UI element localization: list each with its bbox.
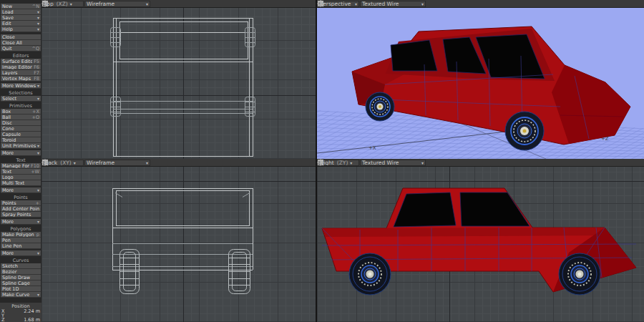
sidebar-item-pen[interactable]: Pen <box>1 238 41 243</box>
rotate-icon[interactable] <box>618 0 625 7</box>
maximize-icon[interactable] <box>307 159 314 166</box>
chevron-down-icon: ▾ <box>74 160 76 165</box>
pan-icon[interactable] <box>610 0 617 7</box>
sidebar-item-surface-editor[interactable]: Surface EditorF5 <box>1 59 41 64</box>
sidebar-item-unit-primitives[interactable]: Unit Primitives▾ <box>1 143 41 149</box>
sidebar-section-header: Points <box>0 195 42 200</box>
sidebar-item-logo[interactable]: Logo <box>1 175 41 180</box>
viewport-top: Top (XZ) ▾ Wireframe ▾ <box>42 0 316 159</box>
shortcut-hint: + <box>36 200 39 206</box>
sidebar-item-layers[interactable]: LayersF7 <box>1 70 41 76</box>
sidebar-item-make-curve[interactable]: Make Curve▾ <box>1 292 41 298</box>
sidebar-item-cone[interactable]: Cone <box>1 126 41 132</box>
sidebar-item-label: Capsule <box>2 132 39 137</box>
sidebar-item-more[interactable]: More▾ <box>1 219 41 225</box>
sidebar-item-more[interactable]: More▾ <box>1 250 41 256</box>
viewport-right-canvas[interactable] <box>317 167 644 322</box>
perspective-scene <box>317 8 644 159</box>
sidebar-item-label: Close All <box>2 40 39 46</box>
magnifier-icon[interactable] <box>627 0 634 7</box>
sidebar-spacer <box>0 298 42 303</box>
viewport-back-canvas[interactable] <box>42 167 316 322</box>
magnifier-icon[interactable] <box>298 0 306 7</box>
sidebar-item-label: Toroid <box>2 137 39 143</box>
sidebar-section-header: Editors <box>0 53 42 59</box>
maximize-icon[interactable] <box>635 159 643 166</box>
view-name: Perspective <box>320 1 351 7</box>
modeler-window: New^NLoad▾Save▾Edit▾Help▾CloseClose AllQ… <box>0 0 644 322</box>
sidebar-toolbar: New^NLoad▾Save▾Edit▾Help▾CloseClose AllQ… <box>0 0 42 322</box>
sidebar-item-spline-draw[interactable]: Spline Draw <box>1 275 41 280</box>
chevron-down-icon: ▾ <box>37 150 39 155</box>
magnifier-icon[interactable] <box>627 159 634 166</box>
chevron-down-icon: ▾ <box>37 21 39 26</box>
pan-icon[interactable] <box>290 159 297 166</box>
sidebar-item-label: Image Editor <box>2 64 32 70</box>
render-mode-dropdown[interactable]: Wireframe ▾ <box>84 160 150 166</box>
sidebar-item-points[interactable]: Points+ <box>1 200 41 206</box>
sidebar-item-box[interactable]: Box+X <box>1 109 41 114</box>
magnifier-icon[interactable] <box>298 159 306 166</box>
position-panel: Position X 2.24 m Y Z 1.68 m <box>0 303 42 322</box>
sidebar-item-quit[interactable]: Quit^Q <box>1 46 41 52</box>
chevron-down-icon: ▾ <box>70 1 72 6</box>
chevron-down-icon: ▾ <box>37 9 39 14</box>
shortcut-hint: ^Q <box>31 46 39 52</box>
sidebar-item-add-center-point[interactable]: Add Center Point <box>1 206 41 212</box>
viewport-right-header: Right (ZY) ▾ Textured Wire ▾ <box>317 159 644 167</box>
axis-x-value: 2.24 m <box>24 309 40 313</box>
shortcut-hint: ^N <box>32 4 39 9</box>
sidebar-item-disc[interactable]: Disc <box>1 120 41 126</box>
pan-icon[interactable] <box>618 159 625 166</box>
viewport-perspective-canvas[interactable]: +X +Z <box>317 8 644 159</box>
sidebar-item-close[interactable]: Close <box>1 34 41 40</box>
car-window-front <box>391 40 437 71</box>
sidebar-item-spray-points[interactable]: Spray Points <box>1 212 41 218</box>
viewport-top-canvas[interactable] <box>42 8 316 159</box>
shortcut-hint: F8 <box>34 76 39 82</box>
sidebar-item-vertex-maps[interactable]: Vertex MapsF8 <box>1 76 41 82</box>
sidebar-item-sketch[interactable]: Sketch <box>1 263 41 269</box>
chevron-down-icon: ▾ <box>37 143 39 148</box>
viewport-divider[interactable] <box>316 0 317 322</box>
axis-label-plus-z: +Z <box>601 136 609 142</box>
sidebar-item-select[interactable]: Select▾ <box>1 96 41 102</box>
sidebar-item-image-editor[interactable]: Image EditorF6 <box>1 64 41 70</box>
sidebar-item-plot-1d[interactable]: Plot 1D <box>1 286 41 292</box>
sidebar-item-more[interactable]: More▾ <box>1 150 41 156</box>
sidebar-item-label: Select <box>2 96 36 102</box>
render-mode-dropdown[interactable]: Textured Wire ▾ <box>360 1 426 7</box>
sidebar-item-edit[interactable]: Edit▾ <box>1 21 41 26</box>
sidebar-item-make-polygon[interactable]: Make Polygonp <box>1 232 41 238</box>
maximize-icon[interactable] <box>307 0 314 7</box>
sidebar-item-multi-text[interactable]: Multi Text <box>1 180 41 186</box>
sidebar-item-more-windows[interactable]: More Windows▾ <box>1 83 41 89</box>
sidebar-section-header: Primitives <box>0 103 42 109</box>
sidebar-item-spline-cage[interactable]: Spline Cage <box>1 280 41 286</box>
render-mode-dropdown[interactable]: Wireframe ▾ <box>84 1 150 7</box>
render-mode-name: Wireframe <box>87 160 114 166</box>
sidebar-item-label: Edit <box>2 21 36 26</box>
sidebar-item-label: More <box>2 219 36 225</box>
sidebar-item-text[interactable]: Text+W <box>1 169 41 175</box>
render-mode-dropdown[interactable]: Textured Wire ▾ <box>360 160 426 166</box>
sidebar-item-close-all[interactable]: Close All <box>1 40 41 46</box>
sidebar-item-ball[interactable]: Ball+O <box>1 114 41 120</box>
maximize-icon[interactable] <box>635 0 643 7</box>
shortcut-hint: F7 <box>34 70 39 76</box>
sidebar-item-line-pen[interactable]: Line Pen <box>1 243 41 249</box>
sidebar-item-help[interactable]: Help▾ <box>1 26 41 32</box>
sidebar-item-label: Close <box>2 34 39 40</box>
shortcut-hint: F10 <box>31 163 39 169</box>
view-axes-label: (XY) <box>60 160 72 166</box>
sidebar-item-manage-fonts[interactable]: Manage FontsF10 <box>1 163 41 169</box>
sidebar-item-save[interactable]: Save▾ <box>1 15 41 21</box>
chevron-down-icon: ▾ <box>146 160 148 165</box>
pan-icon[interactable] <box>290 0 297 7</box>
sidebar-item-bezier[interactable]: Bezier <box>1 269 41 275</box>
sidebar-item-capsule[interactable]: Capsule <box>1 132 41 137</box>
sidebar-item-toroid[interactable]: Toroid <box>1 137 41 143</box>
sidebar-item-load[interactable]: Load▾ <box>1 9 41 15</box>
sidebar-item-more[interactable]: More▾ <box>1 187 41 193</box>
sidebar-item-new[interactable]: New^N <box>1 4 41 9</box>
